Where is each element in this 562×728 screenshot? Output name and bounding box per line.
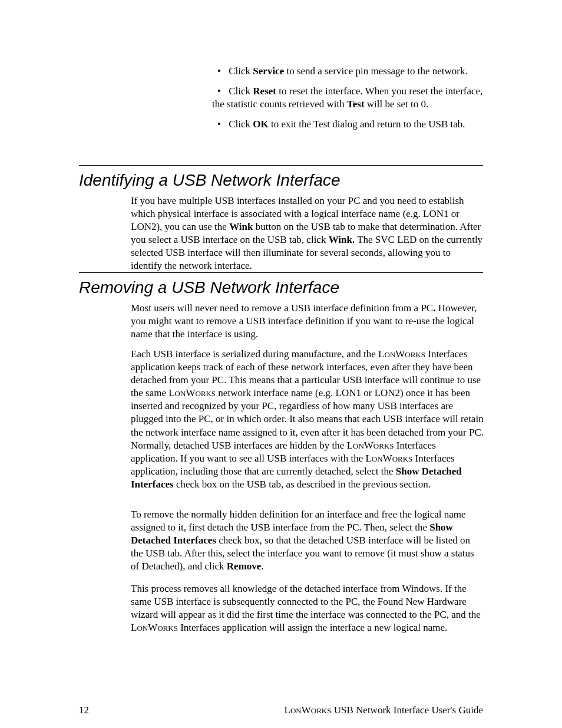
- bullet-item: • Click OK to exit the Test dialog and r…: [212, 118, 483, 131]
- bullet-text: Click OK to exit the Test dialog and ret…: [229, 118, 465, 130]
- paragraph: To remove the normally hidden definition…: [131, 508, 484, 573]
- paragraph: This process removes all knowledge of th…: [131, 582, 484, 634]
- bullet-item: • Click Service to send a service pin me…: [212, 65, 483, 78]
- page-number: 12: [79, 704, 89, 716]
- paragraph: If you have multiple USB interfaces inst…: [131, 195, 484, 273]
- paragraph: Each USB interface is serialized during …: [131, 348, 484, 491]
- section-heading: Identifying a USB Network Interface: [79, 171, 340, 190]
- paragraph: Most users will never need to remove a U…: [131, 302, 484, 341]
- horizontal-rule: [79, 272, 483, 273]
- bullet-icon: •: [212, 85, 226, 98]
- bullet-text: Click Reset to reset the interface. When…: [212, 85, 482, 110]
- bullet-icon: •: [212, 118, 226, 131]
- bullet-item: • Click Reset to reset the interface. Wh…: [212, 85, 483, 111]
- footer-title: LONWORKS USB Network Interface User's Gu…: [285, 704, 483, 716]
- section-heading: Removing a USB Network Interface: [79, 278, 339, 297]
- bullet-list: • Click Service to send a service pin me…: [212, 65, 483, 138]
- horizontal-rule: [79, 165, 483, 166]
- bullet-icon: •: [212, 65, 226, 78]
- bullet-text: Click Service to send a service pin mess…: [229, 65, 468, 77]
